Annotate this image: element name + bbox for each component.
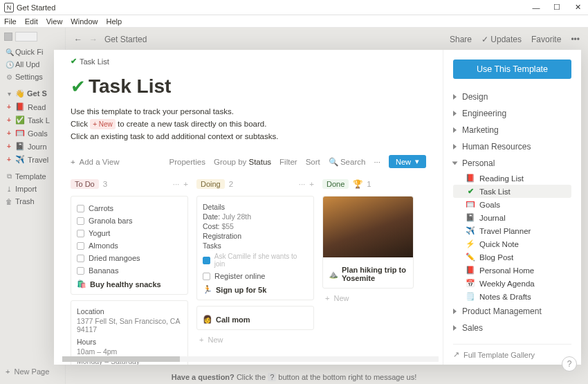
category-sales[interactable]: Sales	[453, 320, 571, 336]
add-card-doing[interactable]: + New	[196, 330, 314, 349]
card-call-mom[interactable]: 👩Call mom	[196, 306, 314, 330]
help-button[interactable]: ?	[562, 356, 577, 372]
page-title: Task List	[89, 75, 171, 98]
kanban-board: To Do 3 ···+ Carrots Granola bars Yogurt…	[71, 178, 426, 365]
checkbox-icon[interactable]	[77, 205, 84, 212]
status-tag-done: Done	[322, 179, 349, 189]
full-template-gallery[interactable]: ↗ Full Template Gallery	[453, 344, 571, 359]
column-more-icon[interactable]: ···	[173, 180, 180, 188]
use-template-button[interactable]: Use This Template	[453, 60, 571, 79]
caret-right-icon	[453, 94, 457, 100]
template-weekly-agenda[interactable]: 📅Weekly Agenda	[453, 277, 571, 290]
template-notes-drafts[interactable]: 🗒️Notes & Drafts	[453, 290, 571, 303]
add-card-done[interactable]: + New	[322, 289, 414, 308]
menu-bar: File Edit View Window Help	[0, 15, 588, 28]
category-personal[interactable]: Personal	[453, 155, 571, 172]
checkbox-icon[interactable]	[77, 217, 84, 225]
checkbox-icon[interactable]	[77, 267, 84, 275]
template-description: Use this template to track your personal…	[71, 106, 426, 143]
column-add-icon[interactable]: +	[309, 180, 314, 188]
checkbox-icon[interactable]	[203, 273, 210, 280]
template-goals[interactable]: 🥅Goals	[453, 198, 571, 211]
category-hr[interactable]: Human Resources	[453, 138, 571, 155]
more-icon[interactable]: ···	[374, 158, 380, 166]
add-view-button[interactable]: + Add a View	[71, 158, 119, 166]
caret-right-icon	[453, 144, 457, 149]
column-count: 1	[367, 180, 371, 188]
menu-window[interactable]: Window	[71, 17, 98, 26]
checkmark-icon: ✔	[71, 76, 86, 98]
template-task-list[interactable]: ✔Task List	[453, 185, 571, 198]
board-column-todo: To Do 3 ···+ Carrots Granola bars Yogurt…	[71, 178, 188, 365]
new-button[interactable]: New▾	[389, 155, 426, 168]
checkbox-checked-icon[interactable]	[203, 257, 210, 264]
check-icon: ✔	[71, 57, 77, 66]
properties-button[interactable]: Properties	[169, 158, 205, 166]
mountain-icon: ⛰️	[329, 270, 338, 279]
menu-file[interactable]: File	[4, 17, 17, 26]
template-journal[interactable]: 📓Journal	[453, 211, 571, 224]
check-icon: ✔	[466, 187, 475, 196]
trophy-icon: 🏆	[353, 179, 362, 189]
checkbox-icon[interactable]	[77, 242, 84, 250]
board-column-done: Done 🏆 1 ⛰️Plan hiking trip to Yosemite …	[322, 178, 414, 365]
sort-button[interactable]: Sort	[306, 158, 320, 166]
card-yosemite[interactable]: ⛰️Plan hiking trip to Yosemite	[322, 196, 414, 289]
category-marketing[interactable]: Marketing	[453, 122, 571, 138]
caret-right-icon	[453, 111, 457, 116]
status-tag-todo: To Do	[71, 179, 99, 189]
window-titlebar: N Get Started — ☐ ✕	[0, 0, 588, 15]
template-modal: ✔ Task List ✔ Task List Use this templat…	[54, 50, 581, 365]
template-travel-planner[interactable]: ✈️Travel Planner	[453, 224, 571, 237]
column-more-icon[interactable]: ···	[299, 180, 306, 188]
menu-edit[interactable]: Edit	[25, 17, 38, 26]
caret-right-icon	[453, 325, 457, 331]
search-button[interactable]: 🔍 Search	[329, 157, 366, 167]
woman-icon: 👩	[203, 315, 212, 324]
caret-right-icon	[453, 309, 457, 314]
category-product-management[interactable]: Product Management	[453, 303, 571, 320]
chevron-down-icon: ▾	[415, 157, 419, 166]
caret-right-icon	[453, 127, 457, 133]
board-column-doing: Doing 2 ···+ Details Date: July 28th Cos…	[196, 178, 314, 365]
card-buy-snacks[interactable]: Carrots Granola bars Yogurt Almonds Drie…	[71, 196, 188, 295]
filter-button[interactable]: Filter	[279, 158, 297, 166]
bag-icon: 🛍️	[77, 280, 86, 289]
column-add-icon[interactable]: +	[183, 180, 188, 188]
status-tag-doing: Doing	[196, 179, 225, 189]
category-design[interactable]: Design	[453, 89, 571, 105]
template-reading-list[interactable]: 📕Reading List	[453, 172, 571, 185]
group-by-button[interactable]: Group by Status	[214, 158, 271, 166]
card-signup-5k[interactable]: Details Date: July 28th Cost: $55 Regist…	[196, 196, 314, 300]
template-quick-note[interactable]: ⚡Quick Note	[453, 237, 571, 250]
horizontal-scrollbar[interactable]	[62, 356, 439, 362]
window-close[interactable]: ✕	[567, 0, 588, 15]
template-blog-post[interactable]: ✏️Blog Post	[453, 250, 571, 264]
card-location[interactable]: Location 1377 Fell St, San Francisco, CA…	[71, 300, 188, 365]
checkbox-icon[interactable]	[77, 230, 84, 237]
category-engineering[interactable]: Engineering	[453, 105, 571, 122]
template-gallery: Use This Template Design Engineering Mar…	[443, 50, 581, 365]
template-personal-home[interactable]: 📕Personal Home	[453, 264, 571, 277]
checkbox-icon[interactable]	[77, 255, 84, 262]
column-count: 3	[103, 180, 107, 188]
window-maximize[interactable]: ☐	[546, 0, 567, 15]
card-cover-image	[323, 196, 413, 257]
database-toolbar: + Add a View Properties Group by Status …	[71, 155, 426, 168]
window-title: Get Started	[17, 3, 526, 12]
app-icon: N	[4, 3, 14, 12]
menu-help[interactable]: Help	[106, 17, 122, 26]
new-chip: + New	[90, 119, 116, 130]
runner-icon: 🏃	[203, 285, 212, 294]
caret-down-icon	[452, 162, 458, 165]
menu-view[interactable]: View	[46, 17, 63, 26]
scroll-thumb[interactable]	[62, 356, 180, 362]
column-count: 2	[229, 180, 233, 188]
window-minimize[interactable]: —	[526, 0, 546, 15]
crumb-title[interactable]: Task List	[80, 57, 109, 66]
